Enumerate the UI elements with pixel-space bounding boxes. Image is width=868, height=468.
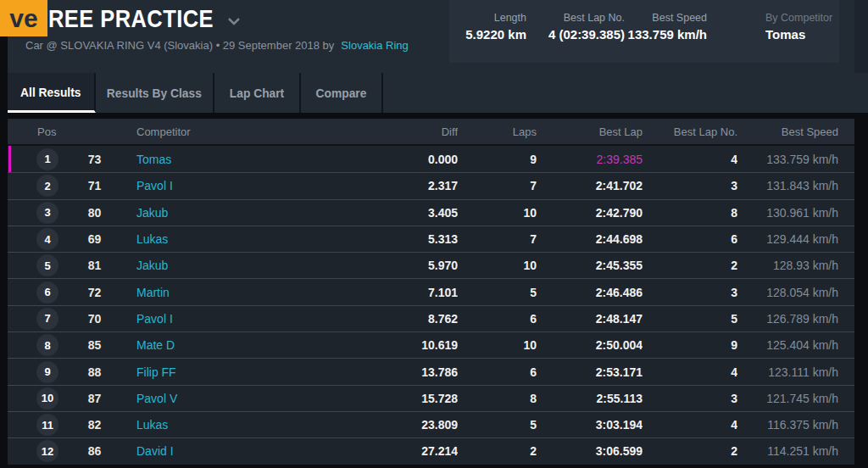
tab-label: All Results: [20, 85, 81, 99]
best-speed-cell: 128.93 km/h: [737, 259, 838, 272]
table-row[interactable]: 12 86 David I 27.214 2 3:06.599 2 114.25…: [8, 437, 854, 464]
session-header: ve REE PRACTICE Car @ SLOVAKIA RING V4 (…: [8, 0, 868, 73]
chevron-down-icon[interactable]: [227, 8, 241, 29]
table-row[interactable]: 8 85 Mate D 10.619 10 2:50.004 9 125.404…: [8, 332, 854, 358]
position-badge: 3: [36, 202, 58, 224]
fastest-row-indicator-bar: [8, 146, 11, 172]
stat-value: 133.759 km/h: [628, 27, 707, 42]
competitor-link[interactable]: Pavol I: [114, 179, 266, 192]
organizer-link[interactable]: Slovakia Ring: [341, 39, 409, 52]
competitor-link[interactable]: Mate D: [114, 338, 266, 352]
best-speed-cell: 116.375 km/h: [737, 418, 838, 432]
competitor-link[interactable]: Pavol V: [114, 392, 266, 405]
diff-cell: 8.762: [266, 312, 458, 326]
laps-cell: 10: [458, 338, 537, 352]
best-speed-cell: 131.843 km/h: [737, 179, 838, 192]
diff-cell: 7.101: [266, 286, 458, 299]
column-header-pos: Pos: [8, 125, 75, 138]
table-row[interactable]: 4 69 Lukas 5.313 7 2:44.698 6 129.444 km…: [8, 226, 854, 252]
car-number-cell: 88: [75, 365, 114, 379]
competitor-link[interactable]: David I: [114, 444, 266, 458]
best-speed-cell: 128.054 km/h: [737, 286, 838, 299]
competitor-link[interactable]: Filip FF: [114, 365, 266, 379]
best-speed-cell: 125.404 km/h: [737, 338, 838, 352]
laps-cell: 6: [458, 365, 537, 379]
best-lap-no-cell: 5: [643, 312, 737, 326]
page-title: REE PRACTICE: [48, 4, 214, 33]
header-right-strip: [854, 0, 868, 73]
competitor-link[interactable]: Tomas: [114, 153, 266, 166]
table-row[interactable]: 6 72 Martin 7.101 5 2:46.486 3 128.054 k…: [8, 278, 854, 304]
position-badge: 6: [36, 281, 58, 304]
car-number-cell: 70: [75, 312, 114, 326]
best-lap-no-cell: 4: [643, 153, 737, 166]
table-row[interactable]: 1 73 Tomas 0.000 9 2:39.385 4 133.759 km…: [8, 146, 854, 172]
car-number-cell: 86: [75, 444, 114, 458]
best-lap-no-cell: 8: [643, 206, 737, 220]
competitor-link[interactable]: Lukas: [114, 232, 266, 246]
session-stat-2: Best Speed 133.759 km/h: [628, 12, 707, 42]
tab-label: Lap Chart: [230, 86, 284, 100]
table-row[interactable]: 2 71 Pavol I 2.317 7 2:41.702 3 131.843 …: [8, 172, 854, 198]
table-row[interactable]: 9 88 Filip FF 13.786 6 2:53.171 4 123.11…: [8, 358, 854, 384]
position-badge: 9: [36, 361, 58, 383]
position-cell: 1: [8, 148, 75, 170]
laps-cell: 2: [458, 444, 537, 458]
car-number-cell: 69: [75, 232, 114, 246]
tab-lap-chart[interactable]: Lap Chart: [214, 73, 301, 113]
results-table: Pos Competitor Diff Laps Best Lap Best L…: [8, 119, 854, 465]
competitor-link[interactable]: Pavol I: [114, 312, 266, 326]
table-row[interactable]: 7 70 Pavol I 8.762 6 2:48.147 5 126.789 …: [8, 305, 854, 332]
position-badge: 8: [36, 334, 58, 356]
competitor-link[interactable]: Jakub: [114, 259, 266, 272]
laps-cell: 5: [458, 418, 537, 432]
best-lap-no-cell: 2: [643, 444, 737, 458]
table-row[interactable]: 10 87 Pavol V 15.728 8 2:55.113 3 121.74…: [8, 385, 854, 411]
column-header-diff: Diff: [266, 125, 458, 138]
competitor-link[interactable]: Lukas: [114, 418, 266, 432]
laps-cell: 7: [458, 232, 537, 246]
competitor-link[interactable]: Martin: [114, 286, 266, 299]
tab-compare[interactable]: Compare: [301, 73, 383, 113]
column-header-best-speed: Best Speed: [737, 125, 838, 138]
column-header-best-lap-no: Best Lap No.: [643, 125, 737, 138]
column-header-laps: Laps: [458, 125, 537, 138]
best-speed-cell: 114.251 km/h: [737, 444, 838, 458]
position-cell: 6: [8, 281, 75, 304]
car-number-cell: 87: [75, 392, 114, 405]
position-badge: 1: [36, 148, 58, 170]
best-lap-cell: 2:42.790: [537, 206, 643, 220]
car-number-cell: 72: [75, 286, 114, 299]
session-stat-3: By Competitor Tomas: [765, 12, 832, 42]
laps-cell: 5: [458, 286, 537, 299]
best-lap-no-cell: 9: [643, 338, 737, 352]
best-lap-cell: 2:39.385: [537, 153, 643, 166]
best-lap-no-cell: 3: [643, 179, 737, 192]
position-cell: 5: [8, 254, 75, 276]
table-row[interactable]: 5 81 Jakub 5.970 10 2:45.355 2 128.93 km…: [8, 252, 854, 278]
position-cell: 9: [8, 361, 75, 383]
best-lap-no-cell: 6: [643, 232, 737, 246]
column-header-best-lap: Best Lap: [537, 125, 643, 138]
stat-value: 4 (02:39.385): [548, 27, 625, 42]
column-header-competitor: Competitor: [114, 125, 266, 138]
tab-label: Results By Class: [107, 86, 202, 100]
laps-cell: 8: [458, 392, 537, 405]
stat-label: Length: [465, 12, 526, 24]
tab-results-by-class[interactable]: Results By Class: [96, 73, 214, 113]
position-cell: 3: [8, 202, 75, 224]
position-badge: 2: [36, 175, 58, 197]
app-logo[interactable]: ve: [0, 0, 47, 36]
stat-value: Tomas: [765, 27, 832, 42]
position-badge: 4: [36, 228, 58, 250]
laps-cell: 9: [458, 153, 537, 166]
table-row[interactable]: 3 80 Jakub 3.405 10 2:42.790 8 130.961 k…: [8, 199, 854, 226]
title-row: REE PRACTICE: [48, 3, 241, 35]
tab-all-results[interactable]: All Results: [8, 73, 96, 113]
best-speed-cell: 130.961 km/h: [737, 206, 838, 220]
diff-cell: 2.317: [266, 179, 458, 192]
table-row[interactable]: 11 82 Lukas 23.809 5 3:03.194 4 116.375 …: [8, 411, 854, 437]
position-badge: 11: [36, 414, 58, 436]
diff-cell: 13.786: [266, 365, 458, 379]
competitor-link[interactable]: Jakub: [114, 206, 266, 220]
